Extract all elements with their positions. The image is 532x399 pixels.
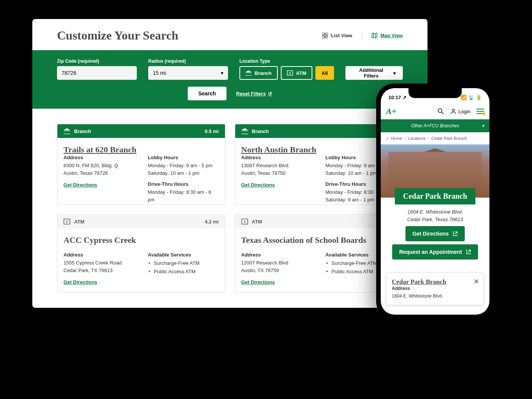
chevron-down-icon: ▾ xyxy=(482,123,484,128)
status-right: 📶 📡 🔋 xyxy=(461,95,482,100)
branch-title-link[interactable]: Trails at 620 Branch xyxy=(63,145,136,154)
card-header: Branch 0.5 mi xyxy=(57,124,225,138)
view-toggle: List View Map View xyxy=(322,32,403,40)
address-line: 12007 Research Blvd xyxy=(241,259,312,267)
radius-select[interactable]: 15 mi. ▾ xyxy=(148,66,228,80)
additional-filters-label: Additional Filters xyxy=(352,67,390,79)
get-directions-link[interactable]: Get Directions xyxy=(241,279,275,285)
additional-filters-button[interactable]: Additional Filters ▾ xyxy=(345,66,403,80)
get-directions-link[interactable]: Get Directions xyxy=(63,279,97,285)
service-item: Surcharge-Free ATM xyxy=(154,259,219,268)
svg-rect-0 xyxy=(322,33,325,35)
search-button[interactable]: Search xyxy=(188,87,227,100)
svg-rect-1 xyxy=(326,33,328,35)
reset-icon: ↺ xyxy=(268,91,272,97)
notification-dot-icon xyxy=(482,112,485,115)
address-label: Address xyxy=(63,252,135,258)
get-directions-link[interactable]: Get Directions xyxy=(241,182,275,188)
svg-text:$: $ xyxy=(244,220,245,223)
login-label: Login xyxy=(458,109,470,114)
breadcrumb: ⌂ Home › Locations › Cedar Park Branch xyxy=(381,132,489,144)
bank-icon xyxy=(245,70,252,76)
popup-title-link[interactable]: Cedar Park Branch xyxy=(392,278,446,285)
distance-label: 0.5 mi xyxy=(205,128,219,134)
user-icon xyxy=(450,108,456,114)
service-item: Public Access ATM xyxy=(154,268,219,276)
address-label: Address xyxy=(392,286,478,291)
breadcrumb-current: Cedar Park Branch xyxy=(431,136,467,141)
address-line: Austin, Texas 78726 xyxy=(63,169,135,177)
location-card: Branch 0.5 mi Trails at 620 Branch Addre… xyxy=(57,124,225,205)
address-line: Austin, TX 78759 xyxy=(241,267,312,274)
location-type-label: Location Type xyxy=(239,59,334,64)
map-icon xyxy=(372,33,377,38)
chevron-down-icon: ▾ xyxy=(221,70,223,76)
atm-filter-label: ATM xyxy=(296,70,306,76)
search-icon[interactable] xyxy=(437,108,444,115)
request-appointment-button[interactable]: Request an Appointment xyxy=(392,244,478,260)
search-row: Zip Code (required) Radius (required) 15… xyxy=(57,59,403,80)
map-view-label: Map View xyxy=(380,33,403,38)
get-directions-button[interactable]: Get Directions xyxy=(405,226,465,241)
hours-line: Monday - Friday: 8:30 am - 6 pm xyxy=(148,188,219,203)
list-view-label: List View xyxy=(331,33,352,38)
search-actions: Search Reset Filters ↺ xyxy=(57,87,403,100)
chevron-right-icon: › xyxy=(404,136,405,140)
external-link-icon xyxy=(453,231,458,236)
logo[interactable]: A+ xyxy=(386,106,396,116)
card-type-label: ATM xyxy=(252,219,262,225)
branch-title-link[interactable]: North Austin Branch xyxy=(241,145,317,154)
all-filter-button[interactable]: All xyxy=(315,66,334,80)
status-time: 10:17 ↗ xyxy=(388,95,407,100)
hero-image: Cedar Park Branch xyxy=(381,144,489,198)
chevron-down-icon: ▾ xyxy=(393,70,396,76)
address-line: 1604 E. Whitestone Blvd. xyxy=(386,208,484,216)
reset-filters-link[interactable]: Reset Filters ↺ xyxy=(236,91,272,97)
hours-line: Saturday: 9 am - 1 pm xyxy=(148,203,219,205)
branch-popup: ✕ Cedar Park Branch Address 1604 E. Whit… xyxy=(386,272,484,305)
branches-label: Other A+FCU Branches xyxy=(411,123,459,128)
bank-icon xyxy=(63,128,70,134)
breadcrumb-home[interactable]: Home xyxy=(391,136,402,141)
list-view-toggle[interactable]: List View xyxy=(322,33,352,38)
page-title: Customize Your Search xyxy=(57,28,178,43)
svg-text:$: $ xyxy=(66,220,68,223)
breadcrumb-locations[interactable]: Locations xyxy=(408,136,426,141)
address-label: Address xyxy=(241,252,312,258)
radius-label: Radius (required) xyxy=(148,59,228,64)
atm-icon: $ xyxy=(287,70,293,76)
appointment-label: Request an Appointment xyxy=(399,249,462,255)
hours-line: Monday - Friday: 9 am - 5 pm xyxy=(148,162,219,169)
close-icon[interactable]: ✕ xyxy=(473,277,479,286)
map-view-toggle[interactable]: Map View xyxy=(372,33,403,38)
atm-filter-button[interactable]: $ ATM xyxy=(281,66,312,80)
hero-title: Cedar Park Branch xyxy=(395,188,476,204)
address-line: Cedar Park, Texas 78613 xyxy=(386,216,484,223)
branches-dropdown[interactable]: Other A+FCU Branches ▾ xyxy=(381,119,489,132)
location-type-field: Location Type Branch $ ATM All xyxy=(239,59,334,80)
address-label: Address xyxy=(241,155,312,160)
branch-filter-label: Branch xyxy=(255,70,272,76)
tablet-screen: Customize Your Search List View Map View… xyxy=(32,19,428,308)
chevron-right-icon: › xyxy=(428,136,429,140)
get-directions-link[interactable]: Get Directions xyxy=(63,182,97,188)
zip-input[interactable] xyxy=(57,66,137,80)
address-line: 13087 Research Blvd. xyxy=(241,162,312,169)
location-type-group: Branch $ ATM All xyxy=(239,66,334,80)
svg-text:$: $ xyxy=(289,72,291,75)
grid-icon xyxy=(322,33,328,38)
hours-line: Saturday: 10 am - 1 pm xyxy=(148,169,219,177)
svg-rect-3 xyxy=(326,36,328,38)
address-line: 1604 E. Whitestone Blvd. xyxy=(392,293,478,299)
divider xyxy=(362,32,362,40)
address-line: Cedar Park, TX 78613 xyxy=(63,267,135,274)
branch-filter-button[interactable]: Branch xyxy=(239,66,278,80)
menu-button[interactable] xyxy=(477,109,484,114)
bank-icon xyxy=(241,128,248,134)
wifi-icon: 📡 xyxy=(468,95,474,100)
external-link-icon xyxy=(466,249,471,255)
branch-info: 1604 E. Whitestone Blvd. Cedar Park, Tex… xyxy=(381,198,489,269)
login-button[interactable]: Login xyxy=(450,108,470,114)
svg-rect-2 xyxy=(322,36,325,38)
card-type-label: ATM xyxy=(74,219,84,225)
